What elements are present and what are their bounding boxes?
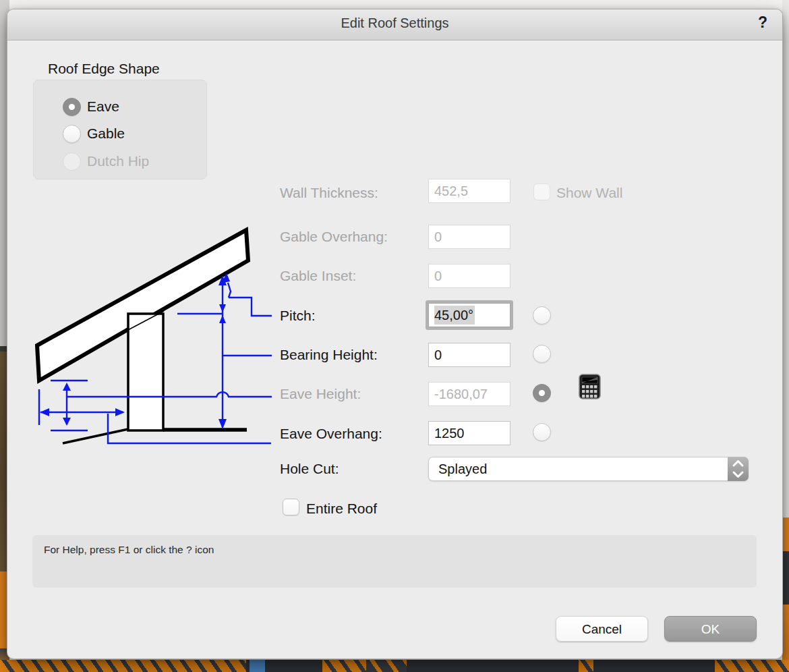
- ok-button[interactable]: OK: [664, 616, 757, 642]
- pitch-field[interactable]: 45,00°: [428, 303, 510, 327]
- bg-segment: [579, 660, 593, 672]
- screen: Edit Roof Settings ? Roof Edge Shape Eav…: [0, 0, 789, 672]
- radio-eave-label: Eave: [87, 97, 119, 116]
- bg-segment: [715, 660, 789, 672]
- radio-dutch-hip-label: Dutch Hip: [87, 152, 149, 171]
- up-down-chevrons-icon: [728, 457, 749, 481]
- pitch-selected-text: 45,00°: [434, 306, 475, 325]
- bg-segment: [407, 660, 579, 672]
- edit-roof-settings-dialog: Edit Roof Settings ? Roof Edge Shape Eav…: [7, 9, 783, 659]
- bg-segment: [250, 660, 265, 672]
- radio-gable[interactable]: [63, 125, 81, 143]
- background-app-right-sliver: [782, 0, 789, 672]
- eave-height-radio[interactable]: [533, 384, 551, 402]
- title-bar[interactable]: Edit Roof Settings ?: [7, 9, 782, 40]
- roof-edge-shape-label: Roof Edge Shape: [48, 61, 160, 77]
- radio-gable-label: Gable: [87, 124, 125, 143]
- bg-segment: [0, 660, 246, 672]
- calculator-icon[interactable]: [579, 374, 601, 399]
- eave-overhang-radio[interactable]: [533, 423, 551, 441]
- pitch-radio[interactable]: [533, 306, 551, 325]
- hole-cut-select[interactable]: Splayed: [428, 457, 749, 481]
- eave-overhang-field[interactable]: 1250: [428, 421, 510, 445]
- help-icon[interactable]: ?: [758, 13, 767, 32]
- bg-segment: [366, 660, 407, 672]
- radio-dutch-hip: [63, 152, 81, 171]
- bearing-height-field[interactable]: 0: [428, 343, 510, 367]
- radio-eave[interactable]: [63, 98, 81, 116]
- cancel-button[interactable]: Cancel: [556, 616, 648, 642]
- dialog-title: Edit Roof Settings: [7, 16, 782, 31]
- bg-segment: [265, 660, 322, 672]
- bg-segment: [593, 660, 715, 672]
- bearing-height-radio[interactable]: [533, 345, 551, 363]
- background-app-bottom-strip: [0, 660, 789, 672]
- entire-roof-checkbox[interactable]: [283, 499, 299, 515]
- hole-cut-selected-value: Splayed: [438, 457, 487, 480]
- bg-segment: [322, 660, 366, 672]
